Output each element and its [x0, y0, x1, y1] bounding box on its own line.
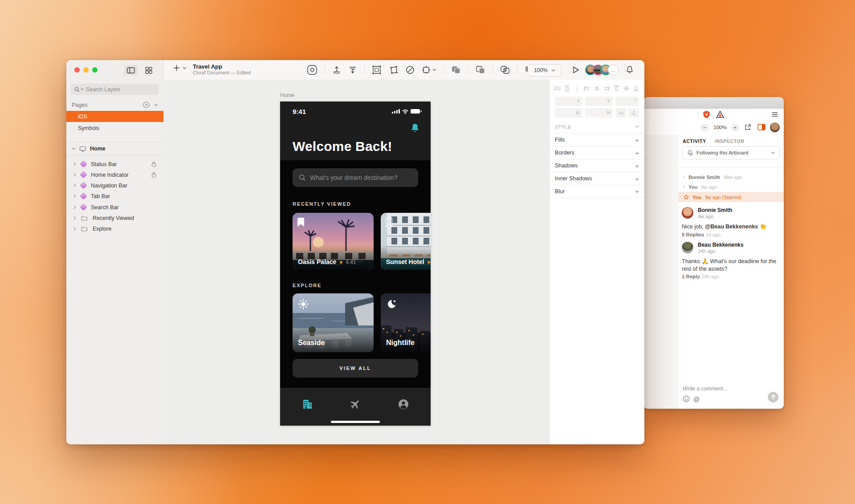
chevron-down-icon[interactable]	[72, 147, 76, 150]
add-blur-icon[interactable]: +	[635, 187, 639, 195]
disclosure-chevron-icon[interactable]	[73, 205, 76, 209]
layer-row-recently-viewed[interactable]: Recently Viewed	[66, 212, 163, 224]
close-button[interactable]	[74, 67, 80, 73]
style-row-blur[interactable]: Blur +	[550, 185, 644, 198]
height-field[interactable]: H	[585, 108, 613, 118]
triangle-extension-icon[interactable]	[716, 111, 724, 118]
search-layers-field[interactable]: Search Layers	[71, 84, 159, 95]
shield-extension-icon[interactable]	[703, 110, 710, 118]
phone-tab-bar[interactable]	[280, 388, 431, 426]
hamburger-menu-icon[interactable]	[772, 112, 778, 117]
collaborator-avatars[interactable]: …	[585, 65, 619, 75]
phone-header[interactable]: 9:41 Welcome Back!	[280, 102, 431, 160]
preview-play-button[interactable]	[572, 66, 580, 74]
hotels-tab-icon[interactable]	[301, 398, 313, 410]
add-page-button[interactable]	[173, 65, 187, 71]
resize-menu-button[interactable]	[422, 65, 436, 74]
layer-row-home-indicator[interactable]: Home Indicator	[66, 169, 163, 180]
document-title-block[interactable]: Travel App Cloud Document — Edited	[193, 63, 251, 76]
disclosure-chevron-icon[interactable]	[73, 194, 76, 198]
layer-row-navigation-bar[interactable]: Navigation Bar	[66, 180, 163, 191]
toggle-layer-list-button[interactable]	[124, 65, 138, 75]
destination-search-field[interactable]: What's your dream destination?	[293, 168, 418, 187]
add-shadow-icon[interactable]: +	[635, 162, 639, 170]
distribute-vertically-icon[interactable]	[564, 85, 570, 92]
style-collapse-icon[interactable]	[635, 125, 639, 128]
disclosure-chevron-icon[interactable]	[73, 216, 76, 220]
x-position-field[interactable]: X	[555, 97, 582, 106]
following-dropdown[interactable]: Following this Artboard	[682, 146, 780, 159]
add-border-icon[interactable]: +	[635, 149, 639, 157]
artboard-home[interactable]: 9:41 Welcome Back!	[280, 102, 431, 426]
tab-activity[interactable]: ACTIVITY	[683, 138, 706, 144]
distribute-icon[interactable]	[348, 65, 357, 74]
style-row-borders[interactable]: Borders +	[550, 146, 644, 159]
style-row-shadows[interactable]: Shadows +	[550, 159, 644, 172]
minimize-button[interactable]	[83, 67, 89, 73]
toggle-components-button[interactable]	[142, 65, 155, 75]
disclosure-chevron-icon[interactable]	[73, 183, 76, 187]
comment-replies-link[interactable]: 1 Reply 24h ago	[682, 274, 719, 279]
browser-titlebar[interactable]	[643, 97, 784, 109]
flights-tab-icon[interactable]	[350, 398, 361, 410]
activity-row[interactable]: • You 9w ago	[678, 182, 784, 191]
lock-icon[interactable]	[151, 172, 156, 178]
insert-icon[interactable]	[307, 65, 318, 75]
card-nightlife[interactable]: Nightlife	[381, 293, 431, 352]
align-bottom-icon[interactable]	[633, 85, 639, 92]
design-canvas[interactable]: Home 9:41	[163, 80, 550, 444]
card-seaside[interactable]: Seaside	[293, 293, 374, 352]
select-image-icon[interactable]	[372, 65, 382, 75]
boolean-intersect-icon[interactable]	[500, 65, 510, 74]
add-fill-icon[interactable]: +	[635, 136, 639, 144]
align-top-icon[interactable]	[613, 85, 620, 92]
panel-toggle-icon[interactable]	[757, 124, 765, 130]
profile-tab-icon[interactable]	[398, 398, 409, 410]
style-row-inner-shadows[interactable]: Inner Shadows +	[550, 172, 644, 185]
distribute-horizontally-icon[interactable]	[554, 85, 561, 92]
comment-input[interactable]: Write a comment...	[683, 386, 728, 392]
layer-row-tab-bar[interactable]: Tab Bar	[66, 191, 163, 202]
zoom-out-button[interactable]: −	[700, 123, 709, 132]
open-external-icon[interactable]	[744, 124, 751, 131]
y-position-field[interactable]: Y	[585, 97, 613, 106]
greeting-text[interactable]: Welcome Back!	[293, 139, 392, 154]
style-row-fills[interactable]: Fills +	[550, 133, 644, 146]
page-item-ios[interactable]: iOS	[66, 111, 163, 122]
boolean-union-icon[interactable]	[451, 65, 461, 74]
browser-user-avatar[interactable]	[770, 122, 780, 132]
artboard-group-home[interactable]: Home	[66, 142, 163, 155]
collapse-pages-icon[interactable]	[154, 104, 158, 106]
activity-row[interactable]: • Bonnie Smith 48w ago	[678, 172, 784, 182]
layer-row-search-bar[interactable]: Search Bar	[66, 202, 163, 213]
lock-icon[interactable]	[151, 161, 156, 167]
tab-inspector[interactable]: INSPECTOR	[715, 138, 744, 144]
no-fill-icon[interactable]	[406, 65, 415, 74]
card-oasis-palace[interactable]: Oasis Palace ★ 4.41	[293, 213, 374, 270]
canvas-zoom-control[interactable]: 100%	[528, 64, 562, 77]
boolean-subtract-icon[interactable]	[476, 65, 485, 74]
flip-vertical-button[interactable]	[628, 108, 639, 118]
align-right-icon[interactable]	[603, 85, 610, 92]
maximize-button[interactable]	[92, 67, 98, 73]
rotation-field[interactable]: °	[615, 97, 639, 106]
comment-replies-link[interactable]: 5 Replies 2d ago	[682, 232, 721, 237]
artboard-label[interactable]: Home	[280, 92, 294, 98]
zoom-in-button[interactable]: +	[731, 123, 739, 132]
disclosure-chevron-icon[interactable]	[73, 162, 76, 166]
browser-zoom-level[interactable]: 100%	[711, 125, 729, 130]
add-inner-shadow-icon[interactable]: +	[635, 175, 639, 183]
emoji-icon[interactable]	[683, 395, 690, 402]
more-collaborators-button[interactable]: …	[608, 65, 619, 75]
notification-bell-icon[interactable]	[410, 123, 420, 134]
view-all-button[interactable]: VIEW ALL	[293, 359, 418, 378]
align-left-icon[interactable]	[583, 85, 590, 92]
bookmark-icon[interactable]	[297, 218, 304, 227]
notifications-bell-icon[interactable]	[626, 65, 634, 74]
flip-horizontal-button[interactable]	[615, 108, 627, 118]
add-page-icon[interactable]	[143, 102, 150, 108]
align-center-horizontal-icon[interactable]	[594, 85, 600, 92]
tidy-icon[interactable]	[574, 85, 580, 92]
page-item-symbols[interactable]: Symbols	[66, 122, 163, 134]
align-middle-vertical-icon[interactable]	[623, 85, 630, 92]
